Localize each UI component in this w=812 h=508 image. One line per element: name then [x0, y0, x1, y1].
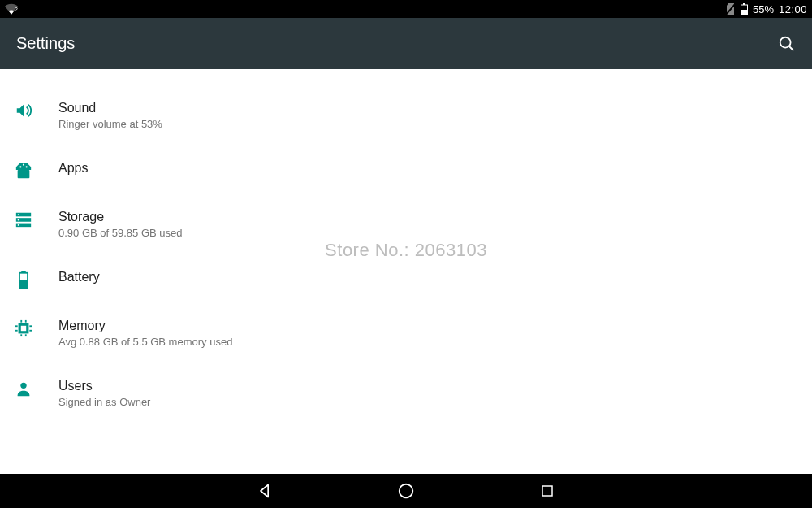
item-title: Sound [58, 100, 162, 116]
svg-rect-4 [741, 10, 747, 15]
search-icon [778, 35, 796, 53]
status-clock: 12:00 [779, 3, 807, 15]
storage-icon [15, 211, 32, 228]
item-subtitle: Ringer volume at 53% [58, 118, 162, 131]
item-subtitle: Avg 0.88 GB of 5.5 GB memory used [58, 336, 232, 349]
svg-point-9 [19, 166, 21, 167]
back-icon [257, 483, 273, 499]
svg-point-30 [20, 383, 26, 389]
svg-line-6 [789, 46, 794, 50]
svg-rect-23 [25, 320, 27, 323]
item-title: Users [58, 378, 150, 394]
svg-rect-26 [15, 325, 18, 327]
item-title: Memory [58, 318, 232, 334]
svg-point-31 [400, 484, 413, 498]
home-icon [397, 482, 415, 500]
svg-point-5 [780, 37, 791, 47]
apps-icon [15, 162, 32, 180]
page-title: Settings [16, 34, 75, 53]
battery-icon [15, 271, 32, 289]
svg-rect-24 [20, 334, 22, 336]
item-title: Apps [58, 160, 88, 176]
search-button[interactable] [778, 35, 796, 53]
settings-list: Sound Ringer volume at 53% Apps [0, 69, 812, 423]
svg-rect-19 [19, 280, 28, 288]
svg-text:?: ? [15, 7, 18, 12]
app-bar: Settings [0, 18, 812, 69]
svg-rect-7 [18, 170, 30, 178]
status-bar: ? 55% 12:00 [0, 0, 812, 18]
item-subtitle: 0.90 GB of 59.85 GB used [58, 227, 183, 240]
svg-rect-21 [21, 326, 26, 331]
svg-point-10 [26, 166, 28, 167]
svg-rect-28 [29, 325, 32, 327]
settings-item-users[interactable]: Users Signed in as Owner [0, 363, 812, 423]
svg-point-15 [18, 219, 19, 221]
item-title: Battery [58, 269, 100, 285]
svg-point-8 [23, 164, 24, 166]
item-title: Storage [58, 209, 183, 225]
settings-item-storage[interactable]: Storage 0.90 GB of 59.85 GB used [0, 194, 812, 254]
nav-recent-button[interactable] [538, 481, 557, 501]
sound-icon [15, 102, 32, 119]
svg-point-16 [18, 224, 19, 226]
no-sim-icon [726, 3, 736, 15]
settings-item-apps[interactable]: Apps [0, 145, 812, 194]
users-icon [15, 380, 32, 397]
svg-rect-32 [542, 486, 552, 496]
settings-item-battery[interactable]: Battery [0, 254, 812, 303]
navigation-bar [0, 474, 812, 508]
nav-back-button[interactable] [255, 481, 274, 501]
svg-rect-29 [29, 330, 32, 332]
svg-point-14 [18, 214, 19, 215]
settings-item-sound[interactable]: Sound Ringer volume at 53% [0, 85, 812, 145]
wifi-unknown-icon: ? [5, 3, 18, 15]
screen: ? 55% 12:00 Settings [0, 0, 812, 508]
recent-apps-icon [540, 484, 555, 498]
memory-icon [15, 319, 32, 337]
battery-icon [741, 3, 748, 15]
svg-rect-27 [15, 330, 18, 332]
svg-rect-22 [20, 320, 22, 323]
battery-percent: 55% [753, 3, 774, 15]
settings-item-memory[interactable]: Memory Avg 0.88 GB of 5.5 GB memory used [0, 303, 812, 363]
item-subtitle: Signed in as Owner [58, 396, 150, 409]
nav-home-button[interactable] [396, 481, 416, 501]
svg-rect-25 [25, 334, 27, 336]
